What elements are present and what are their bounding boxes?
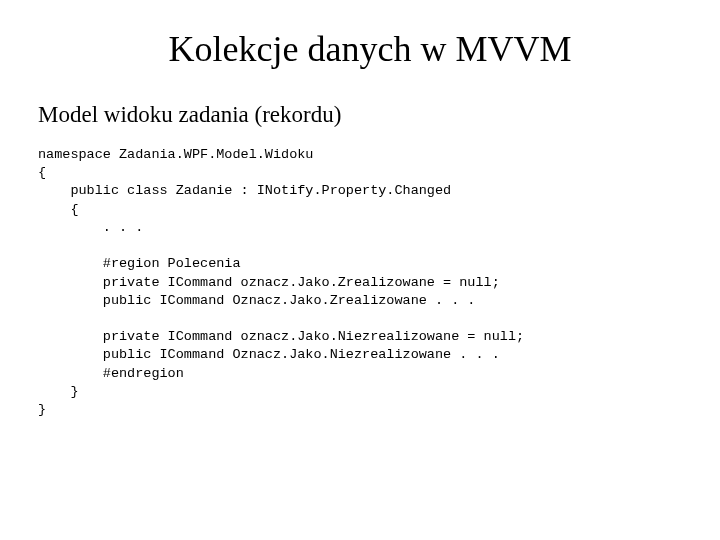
slide-subtitle: Model widoku zadania (rekordu) [38, 102, 682, 128]
slide: Kolekcje danych w MVVM Model widoku zada… [0, 0, 720, 540]
code-block: namespace Zadania.WPF.Model.Widoku { pub… [38, 146, 682, 419]
slide-title: Kolekcje danych w MVVM [38, 28, 682, 70]
